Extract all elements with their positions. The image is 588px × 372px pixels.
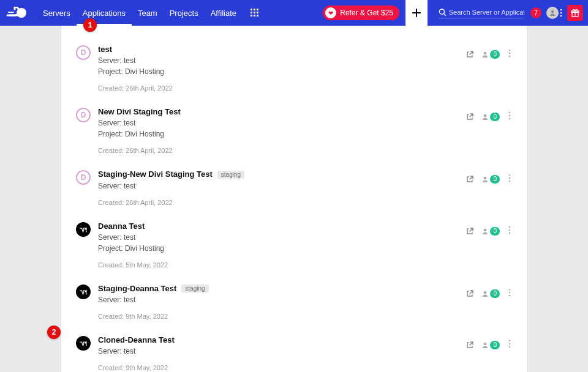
svg-point-30 (484, 228, 487, 231)
apps-grid-icon[interactable] (247, 9, 262, 17)
annotation-1: 1 (83, 18, 97, 32)
svg-rect-1 (251, 9, 252, 10)
open-external-icon[interactable] (466, 227, 474, 236)
svg-point-25 (484, 177, 487, 180)
team-count[interactable]: 0 (481, 50, 500, 59)
brand-logo[interactable] (6, 6, 28, 20)
row-menu-icon[interactable] (507, 340, 512, 351)
wordpress-icon (76, 285, 91, 299)
team-count-value: 0 (490, 175, 500, 184)
row-menu-icon[interactable] (507, 288, 512, 299)
app-server: Server: test (98, 232, 466, 243)
open-external-icon[interactable] (466, 175, 474, 184)
app-project: Project: Divi Hosting (98, 128, 466, 140)
user-icon (481, 113, 489, 121)
row-menu-icon[interactable] (507, 111, 512, 122)
svg-point-28 (509, 180, 511, 182)
app-row[interactable]: Deanna TestServer: testProject: Divi Hos… (61, 217, 527, 280)
row-menu-icon[interactable] (507, 49, 512, 60)
app-actions: 0 (466, 169, 512, 185)
applications-panel: DtestServer: testProject: Divi HostingCr… (61, 26, 527, 372)
svg-point-22 (509, 112, 511, 114)
search-input[interactable] (447, 9, 524, 16)
app-server: Server: test (98, 346, 466, 357)
svg-point-11 (551, 10, 554, 13)
app-body: Staging-Deanna TeststagingServer: testCr… (98, 283, 466, 320)
app-title[interactable]: Deanna Test (98, 221, 145, 232)
app-title[interactable]: Staging-Deanna Test (98, 283, 176, 294)
app-created: Created: 5th May, 2022 (98, 261, 466, 269)
nav-label: Applications (83, 9, 126, 18)
svg-point-42 (509, 343, 511, 345)
svg-point-19 (509, 53, 511, 54)
svg-point-23 (509, 115, 511, 117)
app-row[interactable]: Staging-Deanna TeststagingServer: testCr… (61, 280, 527, 331)
account-menu-icon[interactable] (560, 9, 562, 17)
refer-label: Refer & Get $25 (340, 9, 393, 17)
app-body: Cloned-Deanna TestServer: testCreated: 9… (98, 335, 466, 371)
team-count[interactable]: 0 (481, 113, 500, 121)
team-count[interactable]: 0 (481, 341, 500, 349)
app-title[interactable]: New Divi Staging Test (98, 106, 181, 117)
app-actions: 0 (466, 44, 512, 60)
svg-point-0 (17, 8, 26, 18)
app-body: Staging-New Divi Staging TeststagingServ… (98, 169, 466, 206)
app-title[interactable]: Staging-New Divi Staging Test (98, 169, 213, 180)
svg-rect-2 (254, 9, 255, 10)
open-external-icon[interactable] (466, 289, 474, 298)
app-row[interactable]: DStaging-New Divi Staging TeststagingSer… (61, 165, 527, 217)
open-external-icon[interactable] (466, 341, 474, 349)
nav-servers[interactable]: Servers (37, 0, 77, 26)
svg-point-17 (484, 52, 487, 55)
svg-point-41 (509, 340, 511, 342)
refer-button[interactable]: ❤ Refer & Get $25 (323, 6, 399, 20)
app-body: testServer: testProject: Divi HostingCre… (98, 44, 466, 92)
team-count-value: 0 (490, 50, 500, 59)
open-external-icon[interactable] (466, 113, 474, 121)
app-title[interactable]: Cloned-Deanna Test (98, 335, 175, 346)
row-menu-icon[interactable] (507, 226, 512, 237)
open-external-icon[interactable] (466, 50, 474, 59)
nav-label: Servers (43, 9, 70, 18)
cloud-icon (6, 7, 28, 19)
app-title[interactable]: test (98, 44, 112, 55)
team-count[interactable]: 0 (481, 175, 500, 184)
nav-affiliate[interactable]: Affiliate (205, 0, 243, 26)
svg-point-33 (509, 232, 511, 234)
team-count[interactable]: 0 (481, 227, 500, 236)
svg-rect-4 (251, 12, 252, 13)
svg-rect-6 (257, 12, 258, 13)
nav-links: ServersApplicationsTeamProjectsAffiliate (37, 0, 243, 26)
app-server: Server: test (98, 180, 466, 192)
add-button[interactable] (405, 0, 428, 26)
row-menu-icon[interactable] (507, 174, 512, 185)
svg-rect-3 (257, 9, 258, 10)
app-row[interactable]: Cloned-Deanna TestServer: testCreated: 9… (61, 331, 527, 372)
app-icon-col (76, 283, 98, 299)
app-created: Created: 26th April, 2022 (98, 84, 466, 92)
app-actions: 0 (466, 221, 512, 237)
app-row[interactable]: DNew Divi Staging TestServer: testProjec… (61, 103, 527, 165)
app-row[interactable]: DtestServer: testProject: Divi HostingCr… (61, 40, 527, 103)
svg-point-31 (509, 226, 511, 228)
svg-point-13 (560, 12, 562, 14)
gift-button[interactable] (567, 5, 583, 21)
nav-team[interactable]: Team (132, 0, 164, 26)
app-project: Project: Divi Hosting (98, 66, 466, 77)
user-icon (481, 51, 489, 58)
app-icon-col (76, 335, 98, 351)
notification-badge[interactable]: 7 (530, 7, 541, 18)
staging-badge: staging (181, 285, 208, 292)
team-count-value: 0 (490, 341, 500, 349)
svg-point-40 (484, 343, 487, 346)
user-icon (481, 341, 489, 349)
svg-rect-7 (251, 15, 252, 17)
app-icon-col: D (76, 106, 98, 122)
svg-point-27 (509, 177, 511, 179)
avatar[interactable] (546, 7, 559, 19)
app-icon-col: D (76, 169, 98, 185)
team-count[interactable]: 0 (481, 289, 500, 298)
nav-projects[interactable]: Projects (164, 0, 205, 26)
app-icon-col (76, 221, 98, 237)
app-body: Deanna TestServer: testProject: Divi Hos… (98, 221, 466, 269)
